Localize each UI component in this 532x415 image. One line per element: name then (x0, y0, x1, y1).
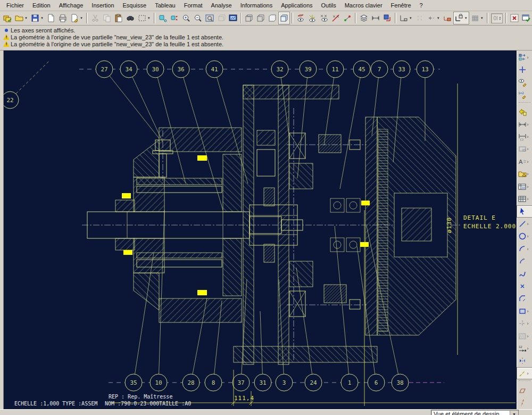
dimension-chain-button[interactable]: 12› (517, 342, 532, 354)
spinner-arrows-icon[interactable]: ▲▼ (497, 16, 502, 20)
print-preview-button[interactable]: ▾ (69, 12, 85, 24)
expand-arrow-icon[interactable]: › (527, 247, 529, 251)
centerline-tool-button[interactable]: › (517, 317, 532, 329)
menu-item[interactable]: Fenêtre (387, 1, 415, 10)
dropdown-arrow-icon[interactable]: ▾ (409, 16, 413, 20)
balloon-table-button[interactable]: 3M› (517, 180, 532, 193)
menu-item[interactable]: Affichage (55, 1, 88, 10)
new-document-button[interactable] (45, 12, 57, 24)
hidden-lines-mode-button[interactable] (255, 12, 267, 24)
arc-point-tool-button[interactable] (517, 255, 532, 267)
circle-tool-button[interactable]: › (517, 230, 532, 243)
expand-arrow-icon[interactable]: › (527, 309, 529, 313)
zoom-in-button[interactable] (180, 12, 192, 24)
menu-item[interactable]: Format (180, 1, 207, 10)
drawing-frame-button[interactable]: › (517, 143, 532, 155)
sketch-visibility-button[interactable] (517, 76, 532, 88)
planes-visibility-button[interactable] (295, 12, 306, 24)
menu-item[interactable]: Outils (317, 1, 340, 10)
layers-button[interactable] (358, 12, 370, 24)
menu-item[interactable]: Applications (277, 1, 317, 10)
expand-arrow-icon[interactable]: › (527, 371, 529, 376)
tolerance-folder-button[interactable]: › (517, 168, 532, 180)
expand-arrow-icon[interactable]: › (527, 334, 529, 338)
select-cursor-button[interactable] (517, 205, 532, 218)
linked-document-button[interactable] (157, 12, 169, 24)
line-tool-button[interactable]: › (517, 218, 532, 230)
expand-arrow-icon[interactable]: › (527, 55, 529, 60)
menu-item[interactable]: Macros clavier (340, 1, 387, 10)
dropdown-arrow-icon[interactable]: ▾ (464, 16, 468, 20)
hatch-tool-button[interactable]: › (517, 330, 532, 342)
axis-tool-button[interactable]: › (517, 367, 532, 379)
hide-elements-button[interactable] (330, 12, 342, 24)
menu-item[interactable]: Tableau (151, 1, 180, 10)
axes-visibility-button[interactable] (306, 12, 318, 24)
chevron-down-icon[interactable]: ▼ (510, 411, 518, 415)
validate-window-button[interactable] (520, 12, 532, 24)
dimension-horizontal-button[interactable]: › (517, 118, 532, 130)
measure-button[interactable] (370, 12, 381, 24)
expand-arrow-icon[interactable]: › (527, 234, 529, 238)
find-button[interactable] (124, 12, 136, 24)
expand-arrow-icon[interactable]: › (527, 222, 529, 226)
expand-arrow-icon[interactable]: › (527, 135, 529, 139)
frame-configuration-button[interactable]: ▾ (398, 12, 414, 24)
backup-copies-button[interactable] (2, 12, 13, 24)
construction-plane-button[interactable] (517, 384, 532, 396)
expand-arrow-icon[interactable]: › (527, 185, 529, 189)
point-tool-button[interactable] (517, 280, 532, 292)
drawing-canvas[interactable]: 22 2734303641323911457331335102883731324… (4, 51, 517, 409)
spline-tool-button[interactable] (517, 268, 532, 280)
import-dimensions-button[interactable] (517, 106, 532, 118)
menu-item[interactable]: ? (415, 1, 427, 10)
expand-arrow-icon[interactable]: › (527, 346, 529, 351)
expand-arrow-icon[interactable]: › (527, 197, 529, 201)
update-links-button[interactable] (169, 12, 180, 24)
dropdown-arrow-icon[interactable]: ▾ (147, 16, 151, 20)
delete-element-button[interactable] (509, 12, 520, 24)
menu-item[interactable]: Edition (28, 1, 55, 10)
menu-item[interactable]: Insertion (87, 1, 118, 10)
menu-item[interactable]: Esquisse (119, 1, 151, 10)
dropdown-arrow-icon[interactable]: ▾ (24, 16, 28, 20)
grid-settings-button[interactable]: ▾ (469, 12, 485, 24)
move-frame-button[interactable] (442, 12, 453, 24)
swap-components-button[interactable]: › (517, 51, 532, 63)
paste-button[interactable] (113, 12, 124, 24)
points-visibility-button[interactable] (318, 12, 330, 24)
mirror-tool-button[interactable] (517, 355, 532, 367)
dimension-parenthesis-button[interactable]: ( )› (517, 130, 532, 143)
dimension-edit-button[interactable]: 1=2 (517, 88, 532, 101)
menu-item[interactable]: Analyse (207, 1, 236, 10)
wireframe-mode-button[interactable] (243, 12, 255, 24)
shaded-mode-button[interactable] (278, 12, 290, 24)
no-hidden-lines-mode-button[interactable] (267, 12, 278, 24)
expand-arrow-icon[interactable]: › (527, 321, 529, 326)
dropdown-arrow-icon[interactable]: ▾ (40, 16, 44, 20)
ghost-arrow-button[interactable]: ▾ (426, 12, 442, 24)
selection-mode-button[interactable]: ▾ (136, 12, 152, 24)
coordinate-system-button[interactable]: ▾ (453, 12, 469, 24)
arc-tool-button[interactable]: › (517, 243, 532, 255)
dropdown-arrow-icon[interactable]: ▾ (79, 16, 84, 20)
construction-axis-button[interactable] (517, 397, 532, 409)
dropdown-arrow-icon[interactable]: ▾ (480, 16, 484, 20)
dropdown-arrow-icon[interactable]: ▾ (436, 16, 440, 20)
text-annotation-button[interactable]: A› (517, 155, 532, 168)
corner-tool-button[interactable] (517, 293, 532, 305)
bom-table-button[interactable]: › (517, 193, 532, 205)
menu-item[interactable]: Informations (236, 1, 277, 10)
point-link-button[interactable] (342, 12, 353, 24)
print-button[interactable] (57, 12, 69, 24)
zoom-window-button[interactable] (204, 12, 215, 24)
expand-arrow-icon[interactable]: › (527, 147, 529, 151)
expand-arrow-icon[interactable]: › (527, 172, 529, 176)
zoom-out-button[interactable] (192, 12, 204, 24)
save-document-button[interactable]: ▾ (29, 12, 45, 24)
expand-arrow-icon[interactable]: › (527, 160, 529, 164)
menu-item[interactable]: Fichier (2, 1, 28, 10)
fit-to-screen-button[interactable] (227, 12, 239, 24)
layer-spinner[interactable]: 0▲▼ (491, 13, 503, 23)
update-assembly-button[interactable] (381, 12, 393, 24)
